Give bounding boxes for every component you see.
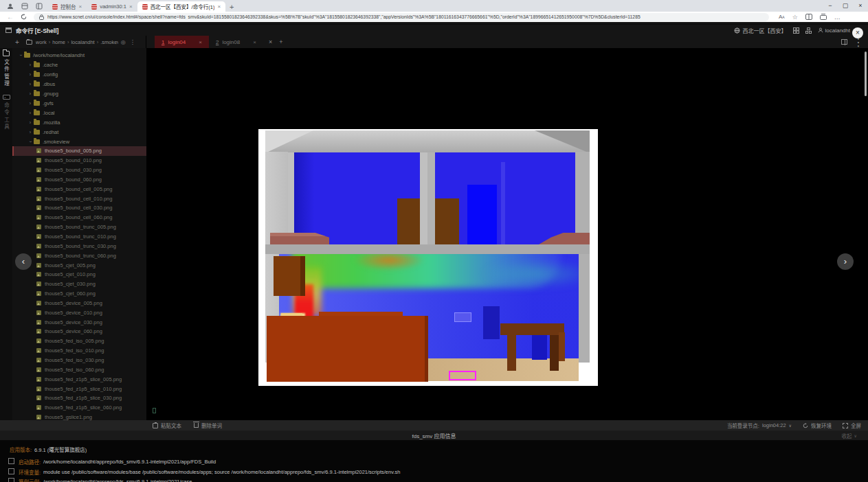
- favorites-star-icon[interactable]: ☆: [792, 14, 798, 21]
- tree-folder[interactable]: › .redhat: [12, 127, 146, 137]
- tree-file[interactable]: thouse5_device_030.png: [12, 317, 146, 327]
- activity-command-tools[interactable]: 命令工具: [3, 95, 10, 131]
- terminal-scrollbar[interactable]: [865, 51, 867, 96]
- browser-tab[interactable]: vadmin30:1 ×: [87, 1, 137, 12]
- new-tab-button[interactable]: +: [230, 3, 234, 11]
- viewer-close-button[interactable]: ×: [852, 27, 863, 38]
- tree-folder[interactable]: › .gnupg: [12, 89, 146, 98]
- browser-tab[interactable]: 西北一区【西安】/命令行(1) ×: [137, 1, 225, 12]
- session-tab-close-icon[interactable]: ×: [199, 39, 202, 45]
- tree-file[interactable]: thouse5_fed_z1p5_slice_010.png: [12, 384, 146, 393]
- tree-file[interactable]: thouse5_bound_trunc_060.png: [12, 251, 146, 260]
- session-tab[interactable]: 2 login08 ×: [209, 36, 263, 48]
- breadcrumb-item[interactable]: work: [36, 39, 47, 45]
- tree-file[interactable]: thouse5_fed_iso_060.png: [12, 365, 146, 374]
- profile-avatar-icon[interactable]: [6, 2, 14, 10]
- tab-close-icon[interactable]: ×: [79, 4, 82, 10]
- split-terminal-icon[interactable]: [841, 39, 847, 45]
- split-screen-icon[interactable]: [805, 14, 812, 20]
- more-menu-icon[interactable]: …: [834, 14, 841, 21]
- tree-file[interactable]: thouse5_fed_z1p5_slice_030.png: [12, 393, 146, 403]
- panel-kebab-icon[interactable]: ⋮: [130, 39, 135, 45]
- site-info-icon[interactable]: [39, 14, 44, 20]
- tree-file[interactable]: thouse5_fed_iso_005.png: [12, 336, 146, 346]
- breadcrumb-item[interactable]: home: [52, 39, 65, 45]
- breadcrumb-item[interactable]: .smokevie: [100, 39, 118, 45]
- tree-file[interactable]: thouse5_bound_trunc_010.png: [12, 232, 146, 242]
- tree-file[interactable]: thouse5_gslice1.png: [12, 413, 146, 420]
- cluster-icon[interactable]: [805, 27, 812, 34]
- address-bar[interactable]: https://www.scnet.cn/ui/console/index.ht…: [34, 13, 769, 21]
- session-close-icon[interactable]: ×: [269, 38, 272, 45]
- terminal-line: [153, 111, 868, 118]
- tree-file[interactable]: thouse5_bound_cell_010.png: [12, 194, 146, 203]
- tab-close-icon[interactable]: ×: [129, 4, 133, 10]
- console-grid-icon[interactable]: [793, 27, 799, 34]
- refresh-icon[interactable]: [21, 14, 27, 20]
- restore-env-button[interactable]: 恢复环境: [803, 422, 832, 429]
- tree-file[interactable]: thouse5_cjet_005.png: [12, 260, 146, 270]
- tree-file[interactable]: thouse5_device_060.png: [12, 327, 146, 336]
- collections-icon[interactable]: [820, 14, 827, 20]
- new-session-button[interactable]: +: [279, 38, 282, 45]
- add-path-button[interactable]: +: [15, 38, 19, 46]
- tree-file-label: thouse5_fed_iso_030.png: [45, 357, 104, 363]
- tree-file[interactable]: thouse5_cjet_060.png: [12, 289, 146, 299]
- browser-tab[interactable]: 控制台 ×: [47, 1, 87, 12]
- workspaces-icon[interactable]: [21, 2, 29, 10]
- tree-file[interactable]: thouse5_fed_z1p5_slice_060.png: [12, 403, 146, 413]
- tab-close-icon[interactable]: ×: [217, 4, 221, 10]
- tree-file[interactable]: thouse5_bound_010.png: [12, 156, 146, 165]
- tree-file[interactable]: thouse5_cjet_010.png: [12, 270, 146, 279]
- tree-folder[interactable]: › .local: [12, 108, 146, 117]
- vertical-tabs-icon[interactable]: [35, 2, 43, 10]
- breadcrumb-item[interactable]: localandht: [71, 39, 94, 45]
- region-selector[interactable]: 西北一区【西安】: [734, 27, 787, 34]
- next-image-button[interactable]: ›: [837, 253, 854, 270]
- tree-file[interactable]: thouse5_bound_005.png: [12, 146, 146, 156]
- tree-file[interactable]: thouse5_bound_030.png: [12, 165, 146, 175]
- paste-text-button[interactable]: 粘贴文本: [153, 422, 181, 429]
- tree-file-label: thouse5_fed_iso_060.png: [45, 367, 104, 373]
- tree-file[interactable]: thouse5_bound_trunc_005.png: [12, 222, 146, 232]
- tree-folder[interactable]: › .cache: [12, 60, 146, 69]
- tree-file[interactable]: thouse5_bound_trunc_030.png: [12, 241, 146, 251]
- session-tab-close-icon[interactable]: ×: [253, 39, 256, 45]
- terminal-line: [153, 81, 868, 89]
- tree-file[interactable]: thouse5_cjet_030.png: [12, 279, 146, 289]
- tree-file-label: thouse5_bound_030.png: [45, 167, 102, 173]
- tree-folder[interactable]: › .config: [12, 69, 146, 79]
- user-chip[interactable]: localandht: [818, 27, 850, 34]
- tree-file[interactable]: thouse5_fed_z1p5_slice_005.png: [12, 374, 146, 384]
- delete-word-button[interactable]: 删除单词: [194, 422, 222, 429]
- fullscreen-button[interactable]: 全屏: [843, 422, 861, 429]
- session-tab[interactable]: 1 login04 ×: [155, 36, 209, 48]
- copy-icon[interactable]: [10, 479, 14, 482]
- read-aloud-icon[interactable]: AA: [779, 14, 785, 20]
- copy-icon[interactable]: [10, 470, 14, 474]
- close-window-button[interactable]: ×: [853, 0, 868, 12]
- back-icon[interactable]: ←: [7, 13, 14, 21]
- tree-file[interactable]: thouse5_bound_cell_060.png: [12, 213, 146, 222]
- login-node-selector[interactable]: 当前登录节点: login04:22 ∨: [727, 422, 792, 429]
- maximize-button[interactable]: ▢: [838, 0, 853, 12]
- tree-folder-smokeview[interactable]: › .smokeview: [12, 137, 146, 146]
- copy-icon[interactable]: [10, 459, 14, 464]
- tree-folder[interactable]: › .dbus: [12, 79, 146, 89]
- tree-folder[interactable]: › .gvfs: [12, 98, 146, 108]
- locate-icon[interactable]: ◎: [121, 39, 126, 45]
- tree-file[interactable]: thouse5_device_005.png: [12, 299, 146, 308]
- tree-file[interactable]: thouse5_device_010.png: [12, 308, 146, 317]
- tree-root[interactable]: › /work/home/localandht: [12, 50, 146, 60]
- tree-file[interactable]: thouse5_fed_iso_010.png: [12, 346, 146, 356]
- activity-file-manager[interactable]: 文件管理: [3, 51, 10, 88]
- minimize-button[interactable]: −: [823, 0, 838, 12]
- render-window: [467, 185, 497, 244]
- tree-file[interactable]: thouse5_fed_iso_030.png: [12, 356, 146, 365]
- tree-folder[interactable]: › .mozilla: [12, 117, 146, 127]
- tree-file[interactable]: thouse5_bound_cell_030.png: [12, 203, 146, 213]
- tree-file[interactable]: thouse5_bound_060.png: [12, 175, 146, 185]
- prev-image-button[interactable]: ‹: [15, 253, 32, 270]
- tree-file[interactable]: thouse5_bound_cell_005.png: [12, 184, 146, 194]
- collapse-button[interactable]: 收起 ∨: [842, 432, 857, 439]
